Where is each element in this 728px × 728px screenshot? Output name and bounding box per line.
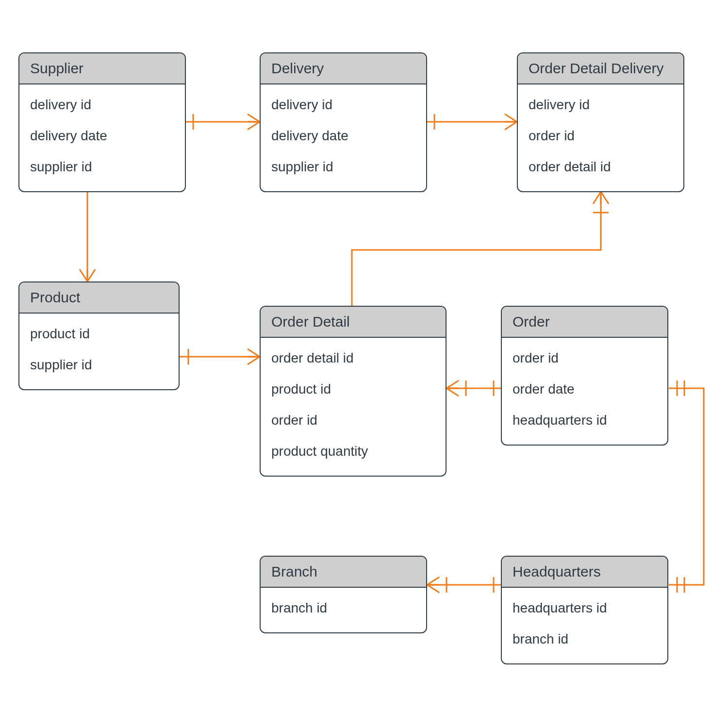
entity-attr: headquarters id xyxy=(513,593,657,624)
entity-title: Headquarters xyxy=(502,557,667,588)
entity-attr: delivery id xyxy=(529,89,673,120)
entity-title: Supplier xyxy=(19,53,185,84)
entity-attr: branch id xyxy=(271,593,415,624)
entity-attr: supplier id xyxy=(30,151,174,182)
entity-attr: delivery date xyxy=(271,120,415,151)
entity-headquarters[interactable]: Headquarters headquarters id branch id xyxy=(501,556,668,664)
entity-attr: order detail id xyxy=(271,343,435,374)
entity-attrs: delivery id delivery date supplier id xyxy=(261,84,426,191)
entity-attrs: order id order date headquarters id xyxy=(502,338,667,445)
entity-attr: product id xyxy=(30,318,168,349)
entity-order-detail-delivery[interactable]: Order Detail Delivery delivery id order … xyxy=(517,52,684,192)
entity-attr: delivery date xyxy=(30,120,174,151)
entity-attr: order id xyxy=(529,120,673,151)
entity-attrs: delivery id delivery date supplier id xyxy=(19,84,185,191)
entity-attr: supplier id xyxy=(271,151,415,182)
entity-title: Delivery xyxy=(261,53,426,84)
entity-attrs: headquarters id branch id xyxy=(502,588,667,663)
entity-title: Order Detail xyxy=(261,307,446,338)
entity-title: Branch xyxy=(261,557,426,588)
entity-attrs: delivery id order id order detail id xyxy=(518,84,683,191)
entity-branch[interactable]: Branch branch id xyxy=(260,556,427,633)
entity-attr: branch id xyxy=(513,624,657,655)
entity-attr: order date xyxy=(513,374,657,405)
entity-attrs: branch id xyxy=(261,588,426,632)
entity-title: Order Detail Delivery xyxy=(518,53,683,84)
entity-supplier[interactable]: Supplier delivery id delivery date suppl… xyxy=(18,52,186,192)
entity-product[interactable]: Product product id supplier id xyxy=(18,281,180,390)
entity-attrs: product id supplier id xyxy=(19,314,179,389)
entity-title: Product xyxy=(19,282,179,314)
entity-attr: delivery id xyxy=(271,89,415,120)
entity-title: Order xyxy=(502,307,667,338)
entity-delivery[interactable]: Delivery delivery id delivery date suppl… xyxy=(260,52,427,192)
entity-attr: product quantity xyxy=(271,436,435,467)
entity-order-detail[interactable]: Order Detail order detail id product id … xyxy=(260,306,447,477)
entity-attr: order detail id xyxy=(529,151,673,182)
entity-attr: delivery id xyxy=(30,89,174,120)
entity-order[interactable]: Order order id order date headquarters i… xyxy=(501,306,668,446)
entity-attrs: order detail id product id order id prod… xyxy=(261,338,446,476)
entity-attr: headquarters id xyxy=(513,405,657,436)
entity-attr: product id xyxy=(271,374,435,405)
er-diagram-canvas: Supplier delivery id delivery date suppl… xyxy=(0,0,728,728)
entity-attr: supplier id xyxy=(30,349,168,381)
entity-attr: order id xyxy=(513,343,657,374)
entity-attr: order id xyxy=(271,405,435,436)
